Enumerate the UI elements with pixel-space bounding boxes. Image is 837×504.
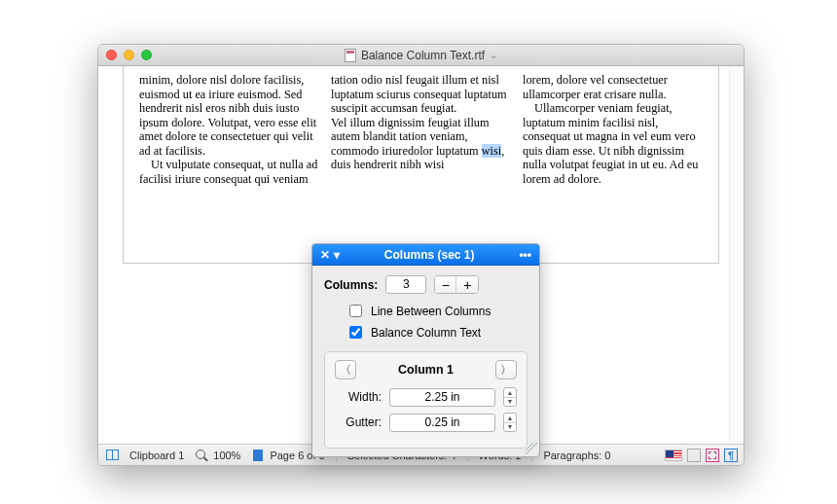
document-icon	[345, 49, 356, 62]
text-column-1[interactable]: minim, dolore nisl dolore facilisis, eui…	[133, 73, 325, 257]
magnifier-icon	[196, 450, 207, 461]
palette-titlebar[interactable]: ✕ ▾ Columns (sec 1) •••	[312, 244, 539, 266]
width-field[interactable]: 2.25 in	[389, 388, 495, 407]
view-mode-button[interactable]	[104, 448, 120, 463]
text-column-2[interactable]: tation odio nisl feugait illum et nisl l…	[325, 73, 517, 257]
resize-grip-icon[interactable]	[526, 443, 537, 454]
line-between-checkbox[interactable]: Line Between Columns	[346, 302, 528, 320]
gutter-step-down[interactable]: ▼	[504, 423, 516, 432]
show-invisibles-button[interactable]: ¶	[724, 449, 738, 462]
columns-decrement-button[interactable]: −	[435, 276, 456, 293]
width-step-down[interactable]: ▼	[504, 398, 516, 407]
status-util-2[interactable]	[706, 449, 719, 462]
language-flag-icon[interactable]	[665, 450, 682, 461]
paragraphs-status: Paragraphs: 0	[543, 450, 610, 461]
paragraph: tation odio nisl feugait illum et nisl l…	[331, 73, 511, 116]
columns-palette[interactable]: ✕ ▾ Columns (sec 1) ••• Columns: 3 − + L…	[311, 243, 540, 457]
text-column-3[interactable]: lorem, dolore vel consectetuer ullamcorp…	[517, 73, 709, 257]
palette-close-icon[interactable]: ✕	[320, 248, 330, 262]
selection[interactable]: wisi	[482, 144, 502, 158]
window-title: Balance Column Text.rtf	[361, 49, 485, 62]
width-step-up[interactable]: ▲	[504, 388, 516, 398]
width-stepper: ▲ ▼	[503, 387, 517, 407]
clipboard-status[interactable]: Clipboard 1	[129, 450, 184, 461]
palette-collapse-icon[interactable]: ▾	[334, 248, 340, 262]
vertical-scrollbar[interactable]	[729, 66, 744, 444]
gutter-step-up[interactable]: ▲	[504, 414, 516, 423]
page-icon	[253, 450, 263, 461]
column-detail-title: Column 1	[398, 363, 454, 377]
title-dropdown-icon[interactable]: ⌄	[490, 50, 497, 60]
zoom-window-button[interactable]	[141, 50, 152, 60]
gutter-stepper: ▲ ▼	[503, 413, 517, 432]
traffic-lights	[98, 50, 152, 60]
columns-count-field[interactable]: 3	[385, 275, 426, 294]
width-label: Width:	[335, 390, 382, 404]
paragraph: Ullamcorper veniam feugiat, luptatum min…	[523, 101, 703, 186]
zoom-status[interactable]: 100%	[194, 448, 240, 463]
paragraph: Ut vulputate consequat, ut nulla ad faci…	[139, 158, 319, 186]
next-column-button[interactable]: 〉	[495, 360, 517, 379]
columns-label: Columns:	[324, 278, 378, 292]
palette-title: Columns (sec 1)	[384, 248, 475, 262]
line-between-input[interactable]	[349, 305, 362, 317]
columns-stepper: − +	[434, 275, 479, 294]
paragraph: lorem, dolore vel consectetuer ullamcorp…	[523, 73, 703, 101]
column-detail-panel: 〈 Column 1 〉 Width: 2.25 in ▲ ▼ Gutter: …	[324, 351, 528, 449]
minimize-window-button[interactable]	[124, 50, 134, 60]
balance-columns-input[interactable]	[349, 326, 362, 339]
paragraph: minim, dolore nisl dolore facilisis, eui…	[139, 73, 319, 158]
columns-increment-button[interactable]: +	[456, 276, 478, 293]
gutter-field[interactable]: 0.25 in	[389, 414, 495, 432]
columns-icon	[106, 450, 119, 460]
balance-columns-checkbox[interactable]: Balance Column Text	[346, 323, 528, 342]
paragraph: Vel illum dignissim feugiat illum autem …	[331, 116, 511, 172]
palette-menu-icon[interactable]: •••	[519, 248, 531, 262]
titlebar: Balance Column Text.rtf ⌄	[98, 45, 744, 66]
close-window-button[interactable]	[106, 50, 117, 60]
gutter-label: Gutter:	[335, 415, 382, 429]
status-util-1[interactable]	[687, 449, 701, 462]
prev-column-button[interactable]: 〈	[335, 360, 356, 379]
page-canvas[interactable]: minim, dolore nisl dolore facilisis, eui…	[123, 66, 719, 264]
